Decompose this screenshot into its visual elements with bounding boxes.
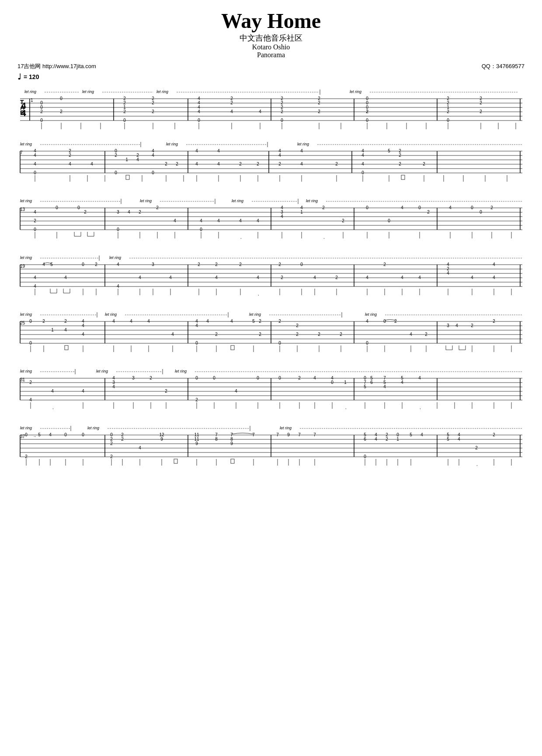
svg-text:4: 4	[139, 445, 141, 450]
svg-text:4: 4	[257, 218, 259, 223]
svg-text:2: 2	[42, 319, 45, 324]
svg-text:8: 8	[215, 437, 218, 442]
svg-text:0: 0	[479, 210, 482, 214]
svg-text:2: 2	[60, 109, 63, 114]
svg-text:3: 3	[152, 262, 154, 267]
svg-text:2: 2	[259, 332, 261, 337]
svg-text:3: 3	[132, 376, 135, 380]
svg-text:2: 2	[152, 109, 154, 114]
svg-text:2: 2	[165, 162, 167, 166]
svg-rect-417	[231, 345, 234, 350]
svg-text:2: 2	[165, 389, 167, 394]
svg-text:7: 7	[298, 432, 301, 437]
svg-text:0: 0	[331, 380, 334, 385]
svg-text:2: 2	[29, 380, 32, 385]
svg-text:1: 1	[396, 437, 399, 442]
svg-text:4: 4	[215, 275, 218, 280]
svg-text:0: 0	[117, 227, 119, 232]
svg-text:let ring: let ring	[297, 142, 309, 146]
svg-text:2: 2	[479, 109, 482, 114]
svg-text:let ring: let ring	[20, 369, 32, 373]
svg-text:4: 4	[198, 109, 200, 114]
svg-text:2: 2	[84, 210, 87, 214]
svg-text:0: 0	[200, 227, 202, 232]
svg-rect-160	[126, 175, 129, 180]
svg-text:4: 4	[34, 275, 36, 280]
svg-text:4: 4	[471, 275, 473, 280]
svg-text:let ring: let ring	[365, 312, 377, 317]
svg-text:4: 4	[366, 275, 368, 280]
svg-text:2: 2	[399, 162, 401, 166]
svg-text:2: 2	[322, 205, 325, 210]
svg-text:4: 4	[383, 384, 386, 389]
svg-text:,: ,	[52, 405, 54, 410]
svg-text:5: 5	[388, 148, 390, 153]
svg-text:1: 1	[51, 328, 54, 332]
svg-text:2: 2	[425, 332, 427, 337]
svg-text:let ring: let ring	[166, 142, 178, 146]
tab-notation: text { font-family: Arial, sans-serif; }…	[17, 83, 525, 756]
artist-name: Kotaro Oshio	[17, 43, 525, 51]
svg-text:2: 2	[121, 437, 124, 442]
svg-text:,: ,	[240, 235, 242, 239]
svg-text:0: 0	[123, 118, 126, 123]
svg-text:0: 0	[29, 341, 32, 345]
svg-text:2: 2	[278, 162, 281, 166]
svg-text:0: 0	[29, 319, 32, 324]
svg-text:4: 4	[195, 162, 198, 166]
svg-text:2: 2	[342, 218, 344, 223]
svg-text:4: 4	[313, 376, 316, 380]
svg-text:2: 2	[493, 432, 495, 437]
svg-text:0: 0	[213, 376, 215, 380]
svg-text:4: 4	[493, 262, 495, 267]
note-symbol: ♩	[17, 72, 21, 82]
svg-text:0: 0	[25, 432, 28, 437]
svg-text:2: 2	[34, 218, 36, 223]
svg-text:4: 4	[42, 262, 45, 267]
svg-text:2: 2	[239, 162, 242, 166]
svg-text:let ring: let ring	[249, 312, 261, 317]
svg-text:4: 4	[90, 162, 93, 166]
page: Way Home 中文吉他音乐社区 Kotaro Oshio Panorama …	[0, 0, 542, 756]
svg-text:0: 0	[257, 376, 259, 380]
svg-text:2: 2	[278, 319, 281, 324]
svg-text:2: 2	[198, 262, 200, 267]
svg-text:let ring: let ring	[156, 90, 168, 94]
svg-text:1: 1	[125, 157, 128, 162]
svg-text:2: 2	[471, 323, 473, 328]
svg-text:0: 0	[115, 170, 117, 175]
svg-text:2: 2	[215, 332, 218, 337]
svg-text:4: 4	[455, 323, 458, 328]
svg-text:2: 2	[95, 262, 97, 267]
svg-text:4: 4	[257, 275, 259, 280]
svg-text:2: 2	[335, 275, 338, 280]
svg-text:let ring: let ring	[109, 255, 121, 260]
svg-text:4: 4	[34, 210, 36, 214]
svg-text:2: 2	[493, 319, 495, 324]
svg-text:let ring: let ring	[20, 199, 32, 203]
svg-text:0: 0	[56, 205, 58, 210]
svg-text:2: 2	[298, 376, 301, 380]
svg-text:4: 4	[281, 214, 283, 219]
svg-rect-592	[174, 459, 177, 463]
svg-text:4: 4	[200, 218, 202, 223]
svg-text:2: 2	[281, 275, 283, 280]
svg-text:7: 7	[276, 432, 279, 437]
svg-text:4: 4	[82, 389, 84, 394]
svg-text:4: 4	[117, 284, 119, 289]
svg-text:4: 4	[217, 162, 220, 166]
svg-text:2: 2	[318, 332, 320, 337]
svg-rect-595	[231, 459, 234, 463]
svg-text:5: 5	[447, 437, 449, 442]
svg-text:2: 2	[340, 332, 342, 337]
svg-text:4: 4	[34, 284, 36, 289]
svg-text:2: 2	[69, 153, 71, 158]
svg-text:0: 0	[77, 205, 80, 210]
svg-text:9: 9	[230, 441, 233, 446]
svg-text:4: 4	[112, 319, 115, 324]
svg-text:let ring: let ring	[20, 142, 32, 146]
svg-text:4: 4	[410, 332, 412, 337]
tempo-line: ♩ = 120	[17, 72, 525, 82]
svg-text:4: 4	[458, 437, 460, 442]
svg-text:4: 4	[401, 205, 403, 210]
